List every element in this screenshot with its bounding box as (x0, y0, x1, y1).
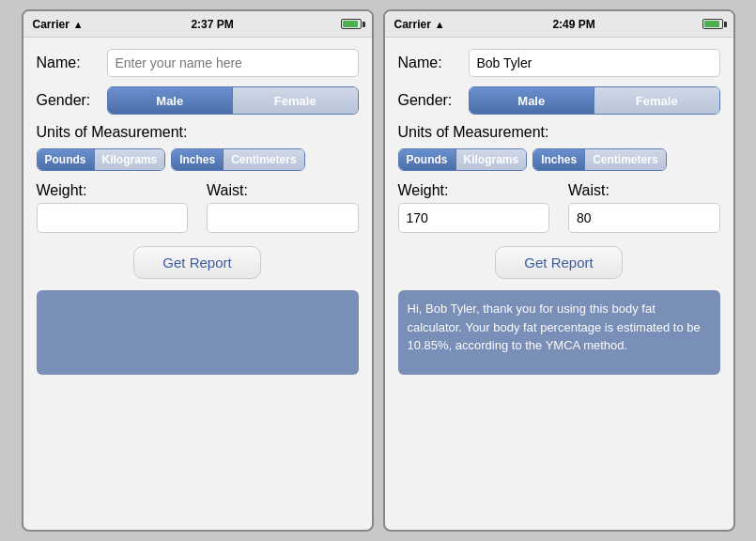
battery-icon-right (702, 19, 723, 29)
gender-female-left[interactable]: Female (233, 87, 358, 114)
gender-male-right[interactable]: Male (470, 87, 594, 114)
length-units-right: Inches Centimeters (532, 148, 666, 171)
gender-label-right: Gender: (398, 92, 469, 109)
name-input-right[interactable] (469, 49, 720, 77)
gender-female-right[interactable]: Female (594, 87, 719, 114)
get-report-row-left: Get Report (37, 246, 359, 279)
inches-btn-right[interactable]: Inches (533, 149, 584, 170)
waist-label-left: Waist: (207, 182, 359, 199)
name-label-left: Name: (37, 54, 107, 71)
report-box-left (37, 290, 359, 375)
inches-btn-left[interactable]: Inches (172, 149, 223, 170)
waist-input-left[interactable] (207, 203, 359, 233)
wifi-icon-left: ▲ (73, 19, 84, 30)
phone-left-content: Name: Gender: Male Female Units of Measu… (23, 38, 372, 530)
units-row-right: Pounds Kilograms Inches Centimeters (398, 148, 720, 171)
carrier-label-right: Carrier (394, 18, 431, 31)
weight-units-left: Pounds Kilograms (37, 148, 166, 171)
centimeters-btn-right[interactable]: Centimeters (585, 149, 665, 170)
gender-segment-left: Male Female (107, 86, 359, 115)
status-bar-right: Carrier ▲ 2:49 PM (385, 11, 733, 38)
gender-segment-right: Male Female (469, 86, 720, 115)
length-units-left: Inches Centimeters (171, 148, 304, 171)
phone-right: Carrier ▲ 2:49 PM Name: Gender: Male Fem… (383, 9, 735, 532)
pounds-btn-left[interactable]: Pounds (38, 149, 94, 170)
weight-input-left[interactable] (37, 203, 189, 233)
carrier-left: Carrier ▲ (33, 18, 84, 31)
name-row-left: Name: (37, 49, 359, 77)
weight-input-right[interactable] (398, 203, 550, 233)
get-report-row-right: Get Report (398, 246, 720, 279)
get-report-btn-right[interactable]: Get Report (495, 246, 622, 279)
time-left: 2:37 PM (191, 18, 233, 31)
weight-group-right: Weight: (398, 182, 550, 233)
kilograms-btn-right[interactable]: Kilograms (456, 149, 527, 170)
weight-label-left: Weight: (37, 182, 189, 199)
carrier-label-left: Carrier (33, 18, 69, 31)
pounds-btn-right[interactable]: Pounds (399, 149, 455, 170)
weight-units-right: Pounds Kilograms (398, 148, 528, 171)
units-row-left: Pounds Kilograms Inches Centimeters (37, 148, 359, 171)
carrier-right: Carrier ▲ (394, 18, 445, 31)
units-title-right: Units of Measurement: (398, 124, 720, 141)
centimeters-btn-left[interactable]: Centimeters (224, 149, 303, 170)
units-title-left: Units of Measurement: (37, 124, 359, 141)
weight-waist-row-left: Weight: Waist: (37, 182, 359, 233)
status-bar-left: Carrier ▲ 2:37 PM (23, 11, 372, 38)
waist-group-left: Waist: (207, 182, 359, 233)
name-row-right: Name: (398, 49, 720, 77)
battery-icon-left (341, 19, 362, 29)
phone-right-content: Name: Gender: Male Female Units of Measu… (385, 38, 733, 530)
gender-label-left: Gender: (37, 92, 107, 109)
time-right: 2:49 PM (552, 18, 594, 31)
report-box-right: Hi, Bob Tyler, thank you for using this … (398, 290, 720, 375)
phone-left: Carrier ▲ 2:37 PM Name: Gender: Male Fem… (22, 9, 374, 532)
waist-input-right[interactable] (568, 203, 720, 233)
kilograms-btn-left[interactable]: Kilograms (95, 149, 165, 170)
wifi-icon-right: ▲ (435, 19, 445, 30)
waist-group-right: Waist: (568, 182, 720, 233)
weight-waist-row-right: Weight: Waist: (398, 182, 720, 233)
report-text-right: Hi, Bob Tyler, thank you for using this … (408, 301, 701, 352)
get-report-btn-left[interactable]: Get Report (133, 246, 260, 279)
weight-label-right: Weight: (398, 182, 550, 199)
name-input-left[interactable] (107, 49, 359, 77)
gender-row-right: Gender: Male Female (398, 86, 720, 115)
name-label-right: Name: (398, 54, 469, 71)
gender-male-left[interactable]: Male (108, 87, 233, 114)
waist-label-right: Waist: (568, 182, 720, 199)
weight-group-left: Weight: (37, 182, 189, 233)
gender-row-left: Gender: Male Female (37, 86, 359, 115)
